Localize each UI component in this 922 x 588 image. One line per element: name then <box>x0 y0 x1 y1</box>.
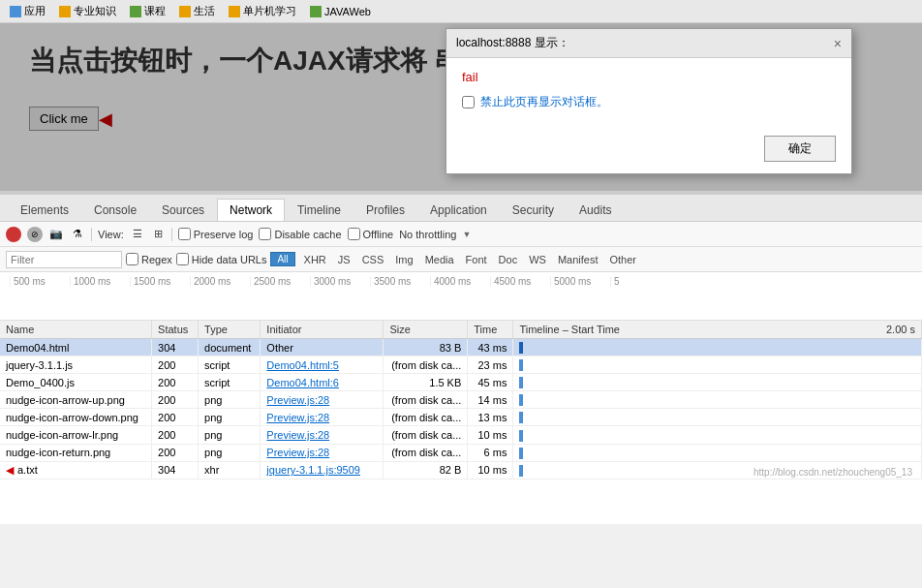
header-size[interactable]: Size <box>384 321 468 339</box>
cell-status: 200 <box>152 374 199 391</box>
dialog-header: localhost:8888 显示： × <box>446 29 851 58</box>
tab-console[interactable]: Console <box>81 199 149 221</box>
tick-2500: 2500 ms <box>250 276 310 287</box>
devtools-toolbar: ⊘ 📷 ⚗ View: ☰ ⊞ Preserve log Disable cac… <box>0 222 922 247</box>
filter-img[interactable]: Img <box>390 254 417 265</box>
header-status[interactable]: Status <box>152 321 199 339</box>
filter-manifest[interactable]: Manifest <box>553 254 603 265</box>
bookmark-life[interactable]: 生活 <box>175 2 219 20</box>
tab-profiles[interactable]: Profiles <box>353 199 417 221</box>
tab-elements[interactable]: Elements <box>8 199 81 221</box>
regex-checkbox[interactable]: Regex <box>126 253 172 265</box>
dialog-ok-button[interactable]: 确定 <box>764 136 836 162</box>
tab-security[interactable]: Security <box>500 199 567 221</box>
record-button[interactable] <box>6 227 21 242</box>
filter-all[interactable]: All <box>270 252 294 266</box>
offline-checkbox[interactable]: Offline <box>348 228 394 240</box>
apps-icon <box>10 6 21 17</box>
bookmark-mcu[interactable]: 单片机学习 <box>225 2 300 20</box>
bookmark-apps[interactable]: 应用 <box>6 2 49 20</box>
filter-ws[interactable]: WS <box>524 254 551 265</box>
cell-time: 23 ms <box>468 356 513 374</box>
filter-doc[interactable]: Doc <box>494 254 523 265</box>
table-row[interactable]: Demo04.html304documentOther83 B43 ms <box>0 339 922 356</box>
preserve-log-checkbox[interactable]: Preserve log <box>178 228 254 240</box>
disable-cache-input[interactable] <box>259 228 271 240</box>
cell-size: 1.5 KB <box>384 374 468 391</box>
dialog-title: localhost:8888 显示： <box>456 35 569 51</box>
cell-initiator: Preview.js:28 <box>261 426 384 444</box>
clear-button[interactable]: ⊘ <box>27 227 43 242</box>
filter-other[interactable]: Other <box>604 254 641 265</box>
cell-initiator: Preview.js:28 <box>261 409 384 426</box>
filter-font[interactable]: Font <box>461 254 492 265</box>
header-initiator[interactable]: Initiator <box>261 321 384 339</box>
list-view-button[interactable]: ☰ <box>130 227 145 241</box>
dialog-checkbox[interactable] <box>462 96 475 108</box>
tick-1500: 1500 ms <box>130 276 190 287</box>
course-icon <box>130 6 141 17</box>
tab-audits[interactable]: Audits <box>567 199 624 221</box>
cell-timeline <box>513 391 922 409</box>
hide-data-urls-input[interactable] <box>176 253 189 265</box>
table-row[interactable]: nudge-icon-arrow-down.png200pngPreview.j… <box>0 409 922 426</box>
cell-name: Demo04.html <box>0 339 152 356</box>
tab-timeline[interactable]: Timeline <box>285 199 353 221</box>
table-header-row: Name Status Type Initiator Size Time Tim… <box>0 321 922 339</box>
grid-view-button[interactable]: ⊞ <box>151 227 166 241</box>
cell-status: 200 <box>152 444 199 461</box>
camera-button[interactable]: 📷 <box>48 227 64 242</box>
cell-size: (from disk ca... <box>384 409 468 426</box>
table-row[interactable]: nudge-icon-return.png200pngPreview.js:28… <box>0 444 922 461</box>
tick-3500: 3500 ms <box>370 276 430 287</box>
cell-timeline <box>513 356 922 374</box>
table-row[interactable]: nudge-icon-arrow-up.png200pngPreview.js:… <box>0 391 922 409</box>
offline-input[interactable] <box>348 228 360 240</box>
cell-size: (from disk ca... <box>384 444 468 461</box>
cell-name: nudge-icon-arrow-up.png <box>0 391 152 409</box>
regex-input[interactable] <box>126 253 138 265</box>
tab-application[interactable]: Application <box>417 199 500 221</box>
preserve-log-input[interactable] <box>178 228 191 240</box>
cell-initiator: Preview.js:28 <box>261 444 384 461</box>
filter-css[interactable]: CSS <box>357 254 389 265</box>
header-timeline[interactable]: Timeline – Start Time 2.00 s <box>513 321 922 339</box>
table-row[interactable]: nudge-icon-arrow-lr.png200pngPreview.js:… <box>0 426 922 444</box>
cell-type: png <box>199 444 261 461</box>
dialog-body: fail 禁止此页再显示对话框。 <box>446 58 851 136</box>
filter-js[interactable]: JS <box>333 254 355 265</box>
bookmark-java[interactable]: JAVAWeb <box>306 4 375 19</box>
cell-name: jquery-3.1.1.js <box>0 356 152 374</box>
table-row[interactable]: Demo_0400.js200scriptDemo04.html:61.5 KB… <box>0 374 922 391</box>
cell-type: png <box>199 391 261 409</box>
cell-initiator: Demo04.html:6 <box>261 374 384 391</box>
filter-input[interactable] <box>6 251 122 268</box>
cell-timeline <box>513 339 922 356</box>
cell-initiator: Demo04.html:5 <box>261 356 384 374</box>
hide-data-urls-checkbox[interactable]: Hide data URLs <box>176 253 267 265</box>
watermark: http://blog.csdn.net/zhoucheng05_13 <box>753 467 912 478</box>
throttle-dropdown-arrow[interactable]: ▼ <box>462 230 471 239</box>
header-type[interactable]: Type <box>199 321 261 339</box>
tab-network[interactable]: Network <box>217 199 285 221</box>
cell-name: ◀a.txt <box>0 461 152 479</box>
cell-name: nudge-icon-arrow-lr.png <box>0 426 152 444</box>
filter-bar: Regex Hide data URLs All XHR JS CSS Img … <box>0 247 922 272</box>
bookmark-course[interactable]: 课程 <box>126 2 169 20</box>
cell-type: document <box>199 339 261 356</box>
dialog-close-button[interactable]: × <box>834 36 842 51</box>
cell-timeline <box>513 374 922 391</box>
disable-cache-checkbox[interactable]: Disable cache <box>259 228 341 240</box>
header-name[interactable]: Name <box>0 321 152 339</box>
network-table-wrapper[interactable]: Name Status Type Initiator Size Time Tim… <box>0 321 922 524</box>
timeline-area: 500 ms 1000 ms 1500 ms 2000 ms 2500 ms 3… <box>0 272 922 321</box>
filter-media[interactable]: Media <box>420 254 459 265</box>
bookmark-label: 专业知识 <box>74 4 116 18</box>
bookmark-knowledge[interactable]: 专业知识 <box>55 2 120 20</box>
filter-xhr[interactable]: XHR <box>299 254 331 265</box>
disable-cache-label: Disable cache <box>274 229 341 240</box>
table-row[interactable]: jquery-3.1.1.js200scriptDemo04.html:5(fr… <box>0 356 922 374</box>
filter-button[interactable]: ⚗ <box>70 227 85 242</box>
tab-sources[interactable]: Sources <box>149 199 217 221</box>
header-time[interactable]: Time <box>468 321 513 339</box>
